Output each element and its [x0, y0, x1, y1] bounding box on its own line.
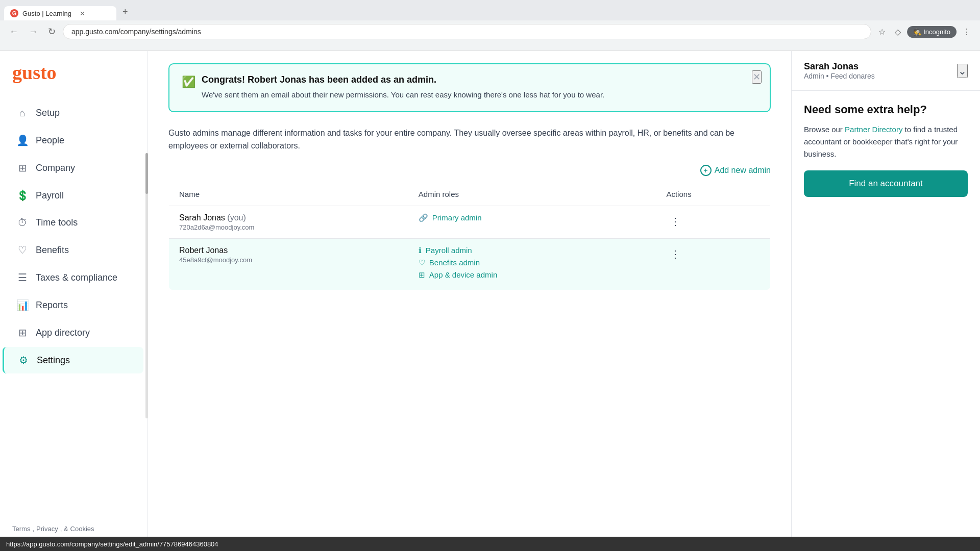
sidebar-item-reports[interactable]: 📊 Reports	[4, 292, 143, 318]
success-header: ✅ Congrats! Robert Jonas has been added …	[182, 74, 757, 101]
back-button[interactable]: ←	[6, 24, 21, 39]
sidebar-item-company-label: Company	[36, 163, 75, 173]
terms-link[interactable]: Terms	[12, 525, 30, 533]
table-row: Robert Jonas 45e8a9cf@moodjoy.com ℹ Payr…	[169, 238, 771, 290]
primary-admin-label: Primary admin	[432, 213, 482, 222]
forward-button[interactable]: →	[26, 24, 41, 39]
admin-actions-cell: ⋮	[656, 238, 770, 290]
address-bar[interactable]: app.gusto.com/company/settings/admins	[63, 24, 871, 39]
separator2: , &	[60, 525, 68, 533]
banner-close-button[interactable]: ✕	[752, 70, 762, 84]
primary-admin-link[interactable]: 🔗 Primary admin	[419, 213, 646, 222]
sidebar-scroll: ⌂ Setup 👤 People ⊞ Company 💲 Payroll ⏱	[0, 99, 148, 517]
col-header-name: Name	[169, 182, 408, 206]
sidebar-item-company[interactable]: ⊞ Company	[4, 155, 143, 181]
bookmark-button[interactable]: ☆	[875, 25, 889, 39]
sidebar-item-people-label: People	[36, 135, 64, 146]
sidebar-item-people[interactable]: 👤 People	[4, 127, 143, 154]
help-text-before: Browse our	[804, 125, 845, 134]
sidebar-item-app-directory[interactable]: ⊞ App directory	[4, 319, 143, 346]
company-icon: ⊞	[16, 162, 29, 174]
success-check-icon: ✅	[182, 76, 195, 89]
user-dropdown-button[interactable]: ⌄	[957, 64, 968, 78]
help-text: Browse our Partner Directory to find a t…	[804, 123, 968, 160]
address-bar-url: app.gusto.com/company/settings/admins	[71, 28, 863, 36]
sidebar: gusto ⌂ Setup 👤 People ⊞ Company 💲 Pa	[0, 51, 148, 551]
table-header: Name Admin roles Actions	[169, 182, 771, 206]
cookies-link[interactable]: Cookies	[70, 525, 94, 533]
col-header-roles: Admin roles	[408, 182, 656, 206]
user-role: Admin • Feed donares	[804, 72, 875, 80]
benefits-role-icon: ♡	[419, 258, 425, 267]
settings-icon: ⚙	[17, 354, 30, 366]
time-tools-icon: ⏱	[16, 217, 29, 229]
payroll-admin-label: Payroll admin	[426, 246, 472, 255]
tab-favicon-letter: G	[12, 10, 17, 16]
sidebar-item-taxes[interactable]: ☰ Taxes & compliance	[4, 264, 143, 291]
incognito-button[interactable]: 🕵 Incognito	[907, 26, 957, 38]
user-name: Sarah Jonas	[804, 61, 875, 72]
payroll-icon: 💲	[16, 189, 29, 202]
help-title: Need some extra help?	[804, 103, 968, 116]
benefits-admin-link[interactable]: ♡ Benefits admin	[419, 258, 646, 267]
app-directory-icon: ⊞	[16, 327, 29, 339]
status-bar: https://app.gusto.com/company/settings/e…	[0, 537, 980, 551]
payroll-admin-link[interactable]: ℹ Payroll admin	[419, 246, 646, 255]
add-admin-label: Add new admin	[715, 166, 771, 175]
table-body: Sarah Jonas (you) 720a2d6a@moodjoy.com 🔗…	[169, 206, 771, 290]
primary-admin-icon: 🔗	[419, 213, 428, 222]
benefits-icon: ♡	[16, 244, 29, 256]
partner-directory-link[interactable]: Partner Directory	[845, 125, 902, 134]
success-text: We've sent them an email about their new…	[202, 89, 604, 101]
payroll-icon: ℹ	[419, 246, 422, 255]
browser-chrome: G Gusto | Learning ✕ + ← → ↻ app.gusto.c…	[0, 0, 980, 51]
table-header-row: Name Admin roles Actions	[169, 182, 771, 206]
reports-icon: 📊	[16, 299, 29, 311]
sidebar-item-payroll[interactable]: 💲 Payroll	[4, 182, 143, 209]
sidebar-item-time-tools[interactable]: ⏱ Time tools	[4, 210, 143, 236]
find-accountant-button[interactable]: Find an accountant	[804, 170, 968, 197]
separator1: ,	[32, 525, 34, 533]
toolbar-actions: ☆ ◇ 🕵 Incognito ⋮	[875, 25, 974, 39]
row1-actions-button[interactable]: ⋮	[666, 213, 684, 230]
sidebar-item-taxes-label: Taxes & compliance	[36, 272, 117, 283]
admin-table: Name Admin roles Actions Sarah Jonas (yo…	[168, 182, 771, 290]
admin-email: 45e8a9cf@moodjoy.com	[179, 256, 398, 264]
admin-name-cell: Sarah Jonas (you) 720a2d6a@moodjoy.com	[169, 206, 408, 238]
main-content: ✅ Congrats! Robert Jonas has been added …	[148, 51, 791, 551]
sidebar-item-settings[interactable]: ⚙ Settings	[3, 347, 143, 373]
browser-toolbar: ← → ↻ app.gusto.com/company/settings/adm…	[0, 20, 980, 43]
add-new-admin-link[interactable]: + Add new admin	[700, 165, 771, 176]
setup-icon: ⌂	[16, 107, 29, 119]
sidebar-item-settings-label: Settings	[37, 355, 70, 366]
tab-close-button[interactable]: ✕	[80, 10, 85, 17]
sidebar-item-benefits[interactable]: ♡ Benefits	[4, 237, 143, 263]
sidebar-item-setup[interactable]: ⌂ Setup	[4, 100, 143, 126]
status-bar-url: https://app.gusto.com/company/settings/e…	[6, 540, 218, 548]
app-device-admin-label: App & device admin	[429, 270, 497, 279]
admin-email: 720a2d6a@moodjoy.com	[179, 223, 398, 231]
sidebar-nav: ⌂ Setup 👤 People ⊞ Company 💲 Payroll ⏱	[0, 100, 148, 373]
extension-button[interactable]: ◇	[892, 25, 904, 39]
sidebar-item-payroll-label: Payroll	[36, 190, 64, 201]
admin-name: Robert Jonas	[179, 246, 398, 255]
sidebar-item-app-directory-label: App directory	[36, 328, 90, 338]
more-button[interactable]: ⋮	[960, 25, 974, 39]
sidebar-item-time-tools-label: Time tools	[36, 217, 78, 228]
app-device-admin-link[interactable]: ⊞ App & device admin	[419, 270, 646, 280]
benefits-admin-label: Benefits admin	[429, 258, 480, 267]
help-section: Need some extra help? Browse our Partner…	[792, 91, 980, 209]
footer-links: Terms , Privacy , & Cookies	[12, 525, 135, 533]
incognito-icon: 🕵	[913, 28, 921, 36]
add-icon: +	[700, 165, 712, 176]
admin-actions-cell: ⋮	[656, 206, 770, 238]
new-tab-button[interactable]: +	[116, 4, 134, 20]
app-device-icon: ⊞	[419, 270, 425, 280]
scroll-thumb[interactable]	[145, 153, 148, 194]
reload-button[interactable]: ↻	[45, 24, 59, 39]
privacy-link[interactable]: Privacy	[36, 525, 58, 533]
admin-roles-cell: ℹ Payroll admin ♡ Benefits admin ⊞ App &…	[408, 238, 656, 290]
active-tab[interactable]: G Gusto | Learning ✕	[4, 6, 116, 20]
row2-actions-button[interactable]: ⋮	[666, 246, 684, 262]
app-container: gusto ⌂ Setup 👤 People ⊞ Company 💲 Pa	[0, 51, 980, 551]
